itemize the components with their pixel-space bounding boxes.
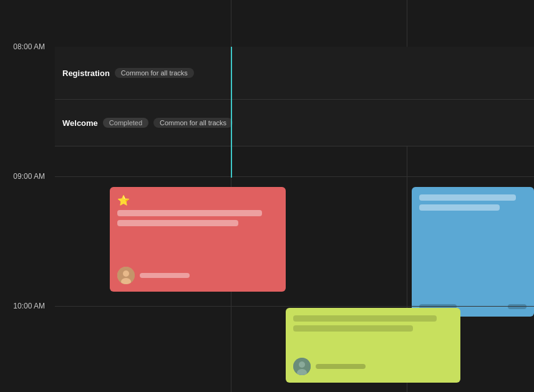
avatar-red — [117, 267, 135, 284]
registration-title: Registration — [62, 69, 110, 78]
registration-tag-common: Common for all tracks — [115, 68, 194, 78]
red-speaker-name — [140, 273, 190, 278]
time-label-9am: 09:00 AM — [0, 172, 50, 181]
green-line-2 — [293, 325, 413, 332]
time-column: 08:00 AM 09:00 AM 10:00 AM — [0, 0, 55, 392]
svg-point-1 — [123, 270, 129, 277]
time-label-10am: 10:00 AM — [0, 302, 50, 310]
blue-line-1 — [419, 194, 516, 201]
welcome-tag-common: Common for all tracks — [153, 118, 233, 128]
red-line-2 — [117, 220, 238, 226]
session-card-blue[interactable] — [412, 187, 534, 317]
red-line-1 — [117, 210, 262, 216]
svg-point-4 — [299, 361, 305, 368]
schedule-container: 08:00 AM 09:00 AM 10:00 AM Registration … — [0, 0, 534, 392]
welcome-title: Welcome — [62, 118, 98, 128]
blue-bottom-line2 — [508, 304, 527, 309]
welcome-block: Welcome Completed Common for all tracks — [55, 100, 534, 146]
star-icon: ⭐ — [117, 194, 278, 206]
green-avatar-row — [293, 358, 366, 375]
time-line-9am — [55, 176, 534, 177]
session-card-red[interactable]: ⭐ — [110, 187, 286, 292]
blue-line-2 — [419, 204, 500, 211]
welcome-tag-completed: Completed — [103, 118, 148, 128]
avatar-green — [293, 358, 311, 375]
green-speaker-name — [316, 364, 366, 369]
registration-block: Registration Common for all tracks — [55, 47, 534, 100]
red-avatar-row — [117, 267, 190, 284]
green-line-1 — [293, 315, 437, 322]
time-line-10am — [55, 306, 534, 307]
session-card-green[interactable] — [286, 308, 460, 383]
teal-line-1 — [231, 47, 232, 178]
time-label-8am: 08:00 AM — [0, 42, 50, 51]
